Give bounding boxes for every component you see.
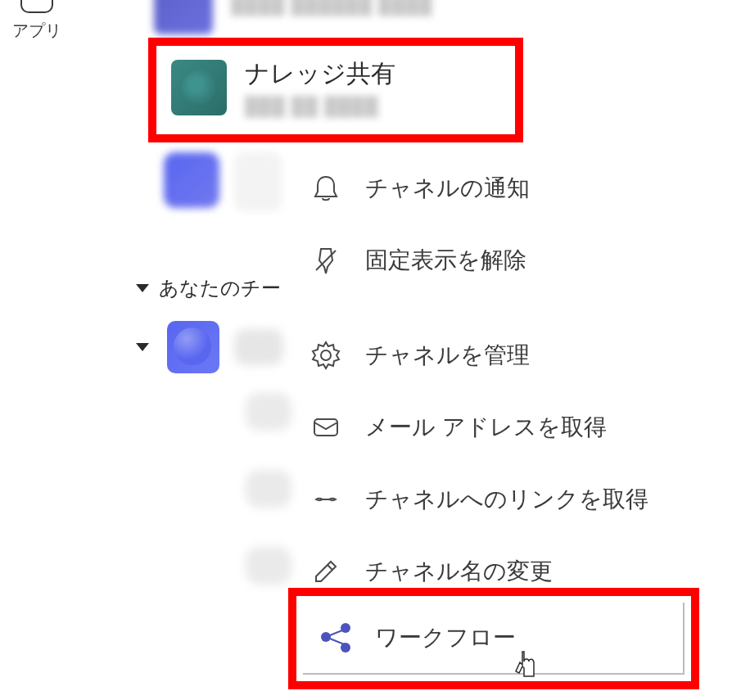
- menu-label: チャネルへのリンクを取得: [365, 484, 648, 515]
- share-icon: [319, 621, 352, 654]
- menu-get-link[interactable]: チャネルへのリンクを取得: [300, 463, 717, 535]
- menu-label: チャネルを管理: [365, 340, 530, 371]
- svg-line-4: [328, 565, 332, 570]
- blurred-text: ███ ██ ████: [245, 96, 395, 117]
- teams-list: ████ ██████ ████: [147, 0, 721, 43]
- sidebar-apps: アプリ: [8, 0, 66, 42]
- menu-channel-notifications[interactable]: チャネルの通知: [300, 152, 717, 224]
- team-avatar: [154, 0, 213, 34]
- menu-label: チャネルの通知: [365, 173, 530, 204]
- channel-item[interactable]: [246, 393, 291, 431]
- channel-item[interactable]: [246, 470, 291, 508]
- menu-label: メール アドレスを取得: [365, 412, 607, 443]
- menu-manage-channel[interactable]: チャネルを管理: [300, 319, 717, 391]
- section-label: あなたのチー: [159, 275, 281, 301]
- team-avatar: [164, 152, 219, 208]
- highlight-knowledge-share: ナレッジ共有 ███ ██ ████: [148, 38, 523, 142]
- link-icon: [309, 483, 342, 516]
- team-avatar: [167, 321, 219, 373]
- cursor-pointer-icon: [513, 648, 540, 681]
- team-avatar: [171, 60, 227, 115]
- pencil-icon: [309, 555, 342, 588]
- blurred-text: [234, 329, 283, 365]
- blurred-text: ████ ██████ ████: [231, 0, 432, 16]
- chevron-down-icon: [136, 284, 149, 292]
- unpin-icon: [309, 244, 342, 277]
- menu-unpin[interactable]: 固定表示を解除: [300, 224, 717, 296]
- team-group[interactable]: [136, 321, 283, 373]
- svg-rect-2: [314, 419, 337, 436]
- channel-list: [246, 393, 291, 585]
- presence-indicator: [234, 152, 282, 211]
- menu-label: ワークフロー: [375, 622, 516, 653]
- team-row[interactable]: ████ ██████ ████: [147, 0, 721, 43]
- menu-workflow[interactable]: ワークフロー: [303, 603, 684, 675]
- section-your-teams[interactable]: あなたのチー: [136, 275, 281, 301]
- mail-icon: [309, 411, 342, 444]
- channel-item[interactable]: [246, 547, 291, 585]
- gear-icon: [309, 339, 342, 372]
- team-row-knowledge[interactable]: ナレッジ共有 ███ ██ ████: [156, 46, 515, 129]
- highlight-workflow: ワークフロー: [288, 588, 699, 689]
- apps-label: アプリ: [12, 20, 61, 42]
- bell-icon: [309, 172, 342, 205]
- team-title: ナレッジ共有: [245, 57, 395, 91]
- menu-label: 固定表示を解除: [365, 245, 526, 276]
- team-row[interactable]: [164, 152, 282, 211]
- chevron-down-icon: [136, 343, 149, 351]
- apps-icon[interactable]: [20, 0, 53, 13]
- channel-context-menu: チャネルの通知 固定表示を解除 チャネルを管理 メール アドレスを取得 チャネル…: [300, 152, 717, 607]
- menu-label: チャネル名の変更: [365, 556, 553, 587]
- menu-get-email[interactable]: メール アドレスを取得: [300, 391, 717, 463]
- svg-point-1: [321, 350, 331, 360]
